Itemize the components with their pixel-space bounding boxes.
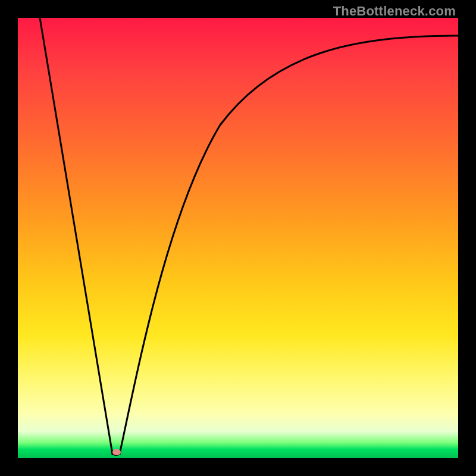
chart-frame: TheBottleneck.com [0,0,476,476]
watermark-text: TheBottleneck.com [333,4,456,19]
bottleneck-curve [18,18,458,458]
curve-left-branch [40,18,112,454]
optimal-point-marker [112,449,121,455]
plot-area [18,18,458,458]
curve-right-branch [120,36,458,454]
